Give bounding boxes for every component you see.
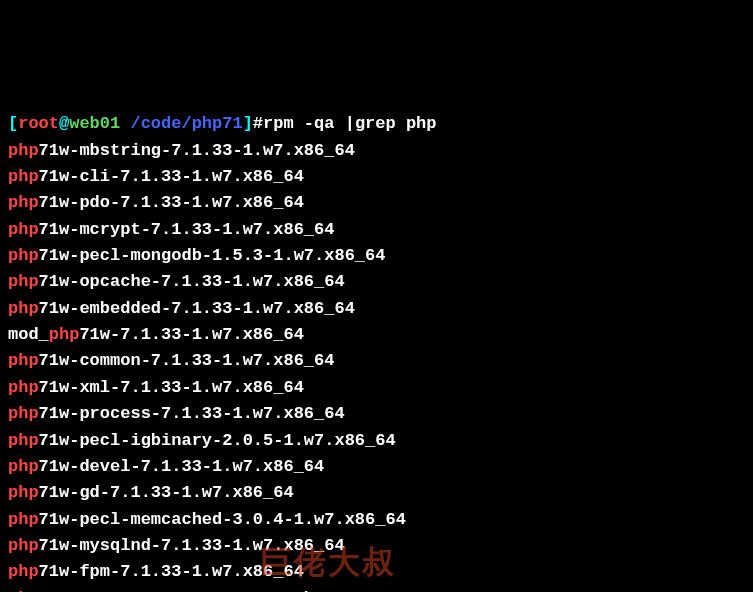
package-line: php71w-devel-7.1.33-1.w7.x86_64 [8, 454, 745, 480]
package-line: php71w-xml-7.1.33-1.w7.x86_64 [8, 375, 745, 401]
package-line: php71w-mysqlnd-7.1.33-1.w7.x86_64 [8, 533, 745, 559]
package-line: php71w-mcrypt-7.1.33-1.w7.x86_64 [8, 217, 745, 243]
terminal-output[interactable]: [root@web01 /code/php71]#rpm -qa |grep p… [8, 111, 745, 592]
package-line: php71w-common-7.1.33-1.w7.x86_64 [8, 348, 745, 374]
package-line: php71w-mbstring-7.1.33-1.w7.x86_64 [8, 138, 745, 164]
package-line: php71w-pecl-mongodb-1.5.3-1.w7.x86_64 [8, 243, 745, 269]
package-line: mod_php71w-7.1.33-1.w7.x86_64 [8, 322, 745, 348]
package-line: php71w-pecl-memcached-3.0.4-1.w7.x86_64 [8, 507, 745, 533]
package-line: php71w-fpm-7.1.33-1.w7.x86_64 [8, 559, 745, 585]
package-line: php71w-pecl-igbinary-2.0.5-1.w7.x86_64 [8, 428, 745, 454]
prompt-line: [root@web01 /code/php71]#rpm -qa |grep p… [8, 111, 745, 137]
package-line: php71w-opcache-7.1.33-1.w7.x86_64 [8, 269, 745, 295]
package-line: php71w-process-7.1.33-1.w7.x86_64 [8, 401, 745, 427]
package-line: php71w-pdo-7.1.33-1.w7.x86_64 [8, 190, 745, 216]
package-line: php71w-pear-1.10.4-1.w7.noarch [8, 586, 745, 592]
package-line: php71w-gd-7.1.33-1.w7.x86_64 [8, 480, 745, 506]
package-line: php71w-embedded-7.1.33-1.w7.x86_64 [8, 296, 745, 322]
package-line: php71w-cli-7.1.33-1.w7.x86_64 [8, 164, 745, 190]
